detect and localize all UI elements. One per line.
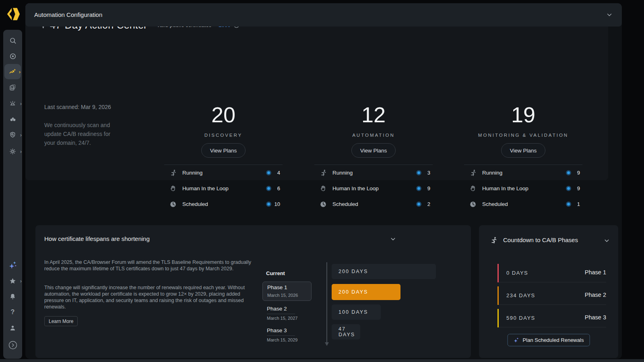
stat-row-scheduled[interactable]: Scheduled 10 <box>164 196 283 212</box>
automation-configuration-header[interactable]: Automation Configuration <box>25 3 622 27</box>
running-icon <box>469 169 477 177</box>
reports-icon[interactable] <box>3 80 22 95</box>
view-plans-button[interactable]: View Plans <box>501 143 546 158</box>
stat-row-value: 4 <box>277 170 280 176</box>
phase-name: Phase 1 <box>267 284 287 290</box>
phase-color-bar <box>497 309 499 327</box>
hand-icon <box>469 185 477 192</box>
sparkles-icon <box>514 337 520 343</box>
account-person-icon[interactable] <box>3 320 22 335</box>
stat-row-human-in-loop[interactable]: Human In the Loop 9 <box>464 181 582 196</box>
bottom-edge-strip <box>0 359 644 362</box>
bar-label: 100 DAYS <box>339 309 368 315</box>
lifespan-paragraph-2: This change will significantly increase … <box>44 284 254 310</box>
hand-icon <box>169 185 177 192</box>
last-scanned-text: Last scanned: Mar 9, 2026 <box>44 104 111 110</box>
status-dot <box>266 186 271 191</box>
lifespan-bar-47-days: 47 DAYS <box>332 324 360 339</box>
app-logo[interactable] <box>5 6 21 22</box>
favorites-star-icon[interactable]: › <box>3 273 22 288</box>
dashboard-icon[interactable] <box>3 49 22 64</box>
countdown-card: Countdown to CA/B Phases 0 DAYS Phase 1 … <box>479 225 618 358</box>
phase-color-bar <box>497 286 499 305</box>
stat-row-value: 6 <box>277 185 280 191</box>
phase-1-item-selected[interactable]: Phase 1 March 15, 2026 <box>262 282 312 301</box>
lifespan-card: How certificate lifespans are shortening… <box>35 225 471 358</box>
status-dot <box>416 202 421 207</box>
ai-assistant-sparkles-icon[interactable] <box>3 257 22 273</box>
stat-row-label: Scheduled <box>182 201 208 207</box>
sidebar-item-automation-active[interactable]: › <box>4 64 21 79</box>
certificate-inspector-icon[interactable]: › <box>3 127 22 142</box>
stat-row-human-in-loop[interactable]: Human In the Loop 6 <box>164 181 283 196</box>
stat-row-scheduled[interactable]: Scheduled 1 <box>464 196 582 212</box>
status-dot <box>416 186 421 191</box>
stat-label: AUTOMATION <box>314 133 433 138</box>
notifications-bell-icon[interactable] <box>3 289 22 304</box>
lifespan-bar-200-days: 200 DAYS <box>332 264 436 279</box>
countdown-days: 0 DAYS <box>506 270 528 276</box>
plan-scheduled-renewals-button[interactable]: Plan Scheduled Renewals <box>508 334 590 346</box>
stat-count: 19 <box>464 104 582 125</box>
lifespan-bar-200-days-highlighted: 200 DAYS <box>332 284 400 300</box>
chevron-down-icon[interactable] <box>603 237 610 244</box>
bar-label: 200 DAYS <box>339 269 368 274</box>
countdown-phase: Phase 2 <box>585 292 606 298</box>
automation-configuration-section: Automation Configuration Last scanned: M… <box>25 21 608 180</box>
countdown-row-phase-3: 590 DAYS Phase 3 <box>497 309 606 327</box>
stat-row-running[interactable]: Running 9 <box>464 165 582 181</box>
stat-column-monitoring: 19 MONITORING & VALIDATION View Plans Ru… <box>464 104 582 212</box>
chevron-right-icon: › <box>20 101 22 106</box>
running-icon <box>319 169 327 177</box>
current-phase-label: Current <box>266 270 285 276</box>
clock-icon <box>469 201 477 208</box>
stat-row-label: Scheduled <box>482 201 508 207</box>
view-plans-button[interactable]: View Plans <box>351 143 396 158</box>
stat-row-scheduled[interactable]: Scheduled 2 <box>314 196 433 212</box>
phase-name: Phase 2 <box>267 306 295 314</box>
countdown-row-phase-1: 0 DAYS Phase 1 <box>497 264 606 282</box>
countdown-phase: Phase 1 <box>585 269 606 276</box>
settings-gear-icon[interactable]: › <box>3 144 22 159</box>
stat-row-value: 10 <box>275 201 280 207</box>
chevron-right-icon: › <box>20 149 22 154</box>
alerts-icon[interactable]: › <box>3 96 22 111</box>
stat-column-automation: 12 AUTOMATION View Plans Running 3 Human… <box>314 104 433 212</box>
stat-row-value: 2 <box>427 201 430 207</box>
automation-trend-icon <box>9 68 17 76</box>
chevron-down-icon[interactable] <box>390 236 396 243</box>
phase-date: March 15, 2027 <box>267 316 297 321</box>
chevron-right-icon: › <box>19 69 21 74</box>
phase-2-item[interactable]: Phase 2 March 15, 2027 <box>267 305 297 321</box>
status-dot <box>566 170 571 175</box>
search-icon[interactable] <box>3 33 22 48</box>
stat-count: 12 <box>314 104 433 125</box>
stat-row-human-in-loop[interactable]: Human In the Loop 9 <box>314 181 433 196</box>
lifespan-paragraph-1: In April 2025, the CA/Browser Forum will… <box>44 259 254 272</box>
phase-date: March 15, 2029 <box>267 337 297 342</box>
chevron-down-icon[interactable] <box>606 11 613 19</box>
stat-label: MONITORING & VALIDATION <box>464 133 582 138</box>
main-window: 47-Day Action Center Valid public certif… <box>25 3 622 359</box>
section-title: Automation Configuration <box>34 11 102 18</box>
learn-more-button[interactable]: Learn More <box>44 316 78 326</box>
bar-label: 200 DAYS <box>339 289 368 295</box>
stat-row-running[interactable]: Running 3 <box>314 165 433 181</box>
expand-sidebar-button[interactable] <box>3 337 22 353</box>
help-icon[interactable]: ? <box>3 304 22 320</box>
scan-description: We continuously scan and update CA/B rea… <box>44 121 123 147</box>
stat-row-label: Running <box>482 170 502 176</box>
stat-row-value: 1 <box>577 201 580 207</box>
discovery-icon[interactable] <box>3 111 22 127</box>
status-dot <box>566 202 571 207</box>
view-plans-button[interactable]: View Plans <box>201 143 246 158</box>
countdown-phase: Phase 3 <box>585 314 606 321</box>
clock-icon <box>169 201 177 208</box>
lifespan-bar-100-days: 100 DAYS <box>332 304 381 320</box>
stat-count: 20 <box>164 104 283 125</box>
phase-3-item[interactable]: Phase 3 March 15, 2029 <box>267 327 297 342</box>
stat-row-running[interactable]: Running 4 <box>164 165 283 181</box>
status-dot <box>566 186 571 191</box>
chevron-right-icon: › <box>20 278 22 284</box>
stat-row-value: 9 <box>427 185 430 191</box>
